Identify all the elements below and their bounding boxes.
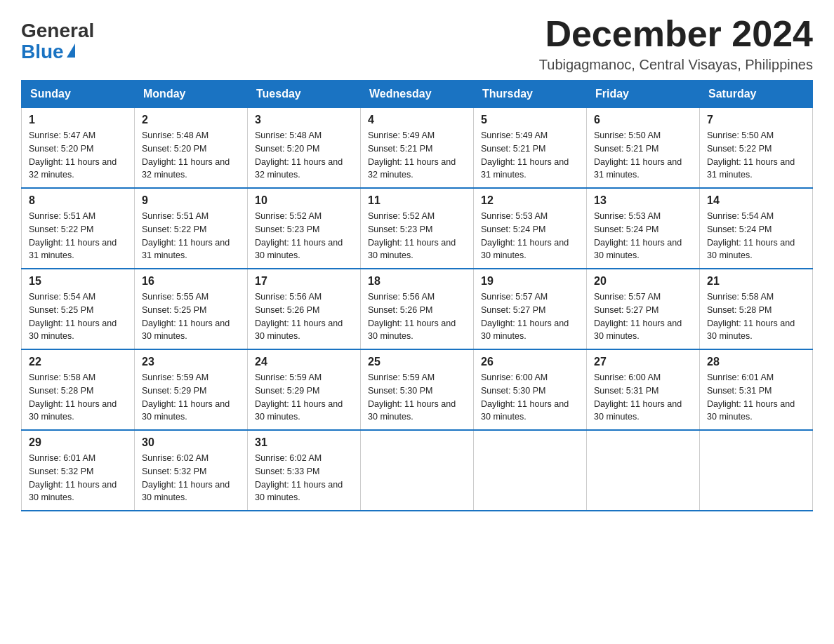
sunrise-label: Sunrise: 5:48 AM — [142, 130, 208, 140]
sunrise-label: Sunrise: 5:59 AM — [368, 373, 435, 382]
sunrise-label: Sunrise: 6:02 AM — [255, 453, 322, 463]
day-number: 4 — [368, 114, 466, 126]
day-number: 13 — [594, 194, 692, 207]
calendar-cell: 27 Sunrise: 6:00 AM Sunset: 5:31 PM Dayl… — [587, 349, 700, 430]
daylight-label: Daylight: 11 hours and 30 minutes. — [368, 399, 456, 422]
sunrise-label: Sunrise: 6:00 AM — [481, 373, 548, 382]
sunrise-label: Sunrise: 5:47 AM — [29, 130, 95, 140]
day-number: 19 — [481, 275, 579, 288]
calendar-cell: 5 Sunrise: 5:49 AM Sunset: 5:21 PM Dayli… — [474, 108, 587, 189]
calendar-header-row: SundayMondayTuesdayWednesdayThursdayFrid… — [22, 81, 813, 108]
daylight-label: Daylight: 11 hours and 30 minutes. — [594, 318, 682, 342]
day-info: Sunrise: 6:00 AM Sunset: 5:31 PM Dayligh… — [594, 371, 692, 424]
day-info: Sunrise: 5:47 AM Sunset: 5:20 PM Dayligh… — [29, 129, 127, 182]
day-info: Sunrise: 5:53 AM Sunset: 5:24 PM Dayligh… — [481, 210, 579, 262]
calendar-cell: 7 Sunrise: 5:50 AM Sunset: 5:22 PM Dayli… — [700, 108, 813, 189]
day-number: 5 — [481, 114, 579, 126]
daylight-label: Daylight: 11 hours and 30 minutes. — [707, 318, 795, 342]
calendar-cell: 11 Sunrise: 5:52 AM Sunset: 5:23 PM Dayl… — [361, 188, 474, 269]
sunset-label: Sunset: 5:27 PM — [594, 305, 658, 315]
sunset-label: Sunset: 5:22 PM — [29, 224, 93, 234]
title-area: December 2024 Tubigagmanoc, Central Visa… — [539, 14, 813, 73]
sunrise-label: Sunrise: 5:50 AM — [594, 130, 661, 140]
sunset-label: Sunset: 5:23 PM — [255, 224, 319, 234]
sunrise-label: Sunrise: 5:49 AM — [368, 130, 435, 140]
calendar-cell: 1 Sunrise: 5:47 AM Sunset: 5:20 PM Dayli… — [22, 108, 135, 189]
column-header-saturday: Saturday — [700, 81, 813, 108]
sunset-label: Sunset: 5:27 PM — [481, 305, 545, 315]
sunset-label: Sunset: 5:24 PM — [594, 224, 658, 234]
header: General Blue December 2024 Tubigagmanoc,… — [21, 14, 813, 73]
sunset-label: Sunset: 5:26 PM — [368, 305, 432, 315]
day-info: Sunrise: 5:54 AM Sunset: 5:25 PM Dayligh… — [29, 290, 127, 343]
sunrise-label: Sunrise: 5:57 AM — [481, 292, 548, 302]
sunrise-label: Sunrise: 5:54 AM — [29, 292, 95, 302]
daylight-label: Daylight: 11 hours and 30 minutes. — [707, 238, 795, 261]
day-number: 12 — [481, 194, 579, 207]
daylight-label: Daylight: 11 hours and 30 minutes. — [481, 399, 569, 422]
sunset-label: Sunset: 5:28 PM — [707, 305, 772, 315]
calendar-cell: 20 Sunrise: 5:57 AM Sunset: 5:27 PM Dayl… — [587, 269, 700, 349]
day-number: 11 — [368, 194, 466, 207]
day-number: 29 — [29, 436, 127, 449]
column-header-monday: Monday — [135, 81, 248, 108]
day-number: 16 — [142, 275, 240, 288]
month-title: December 2024 — [539, 14, 813, 54]
calendar-cell — [700, 430, 813, 511]
day-number: 14 — [707, 194, 805, 207]
calendar-week-row: 15 Sunrise: 5:54 AM Sunset: 5:25 PM Dayl… — [22, 269, 813, 349]
sunset-label: Sunset: 5:22 PM — [707, 144, 772, 154]
calendar-cell: 3 Sunrise: 5:48 AM Sunset: 5:20 PM Dayli… — [248, 108, 361, 189]
day-info: Sunrise: 5:51 AM Sunset: 5:22 PM Dayligh… — [29, 210, 127, 262]
day-info: Sunrise: 5:56 AM Sunset: 5:26 PM Dayligh… — [368, 290, 466, 343]
calendar-cell: 10 Sunrise: 5:52 AM Sunset: 5:23 PM Dayl… — [248, 188, 361, 269]
sunset-label: Sunset: 5:22 PM — [142, 224, 206, 234]
calendar-table: SundayMondayTuesdayWednesdayThursdayFrid… — [21, 80, 813, 511]
sunset-label: Sunset: 5:32 PM — [29, 467, 93, 476]
sunrise-label: Sunrise: 5:55 AM — [142, 292, 208, 302]
sunset-label: Sunset: 5:29 PM — [142, 386, 206, 396]
column-header-wednesday: Wednesday — [361, 81, 474, 108]
day-number: 2 — [142, 114, 240, 126]
sunrise-label: Sunrise: 5:57 AM — [594, 292, 661, 302]
daylight-label: Daylight: 11 hours and 32 minutes. — [368, 157, 456, 180]
daylight-label: Daylight: 11 hours and 30 minutes. — [255, 318, 343, 342]
calendar-cell: 18 Sunrise: 5:56 AM Sunset: 5:26 PM Dayl… — [361, 269, 474, 349]
sunrise-label: Sunrise: 6:01 AM — [707, 373, 774, 382]
daylight-label: Daylight: 11 hours and 30 minutes. — [142, 480, 230, 503]
calendar-cell: 23 Sunrise: 5:59 AM Sunset: 5:29 PM Dayl… — [135, 349, 248, 430]
calendar-cell: 28 Sunrise: 6:01 AM Sunset: 5:31 PM Dayl… — [700, 349, 813, 430]
daylight-label: Daylight: 11 hours and 30 minutes. — [142, 399, 230, 422]
day-info: Sunrise: 5:58 AM Sunset: 5:28 PM Dayligh… — [29, 371, 127, 424]
daylight-label: Daylight: 11 hours and 30 minutes. — [255, 399, 343, 422]
sunset-label: Sunset: 5:29 PM — [255, 386, 319, 396]
day-info: Sunrise: 6:01 AM Sunset: 5:31 PM Dayligh… — [707, 371, 805, 424]
sunset-label: Sunset: 5:20 PM — [142, 144, 206, 154]
sunset-label: Sunset: 5:31 PM — [707, 386, 772, 396]
logo-triangle-icon — [67, 43, 75, 58]
sunset-label: Sunset: 5:32 PM — [142, 467, 206, 476]
day-number: 7 — [707, 114, 805, 126]
day-number: 15 — [29, 275, 127, 288]
calendar-cell — [474, 430, 587, 511]
daylight-label: Daylight: 11 hours and 30 minutes. — [142, 318, 230, 342]
sunset-label: Sunset: 5:31 PM — [594, 386, 658, 396]
daylight-label: Daylight: 11 hours and 30 minutes. — [707, 399, 795, 422]
day-number: 20 — [594, 275, 692, 288]
day-number: 30 — [142, 436, 240, 449]
calendar-cell: 22 Sunrise: 5:58 AM Sunset: 5:28 PM Dayl… — [22, 349, 135, 430]
sunrise-label: Sunrise: 6:01 AM — [29, 453, 95, 463]
day-info: Sunrise: 5:59 AM Sunset: 5:29 PM Dayligh… — [255, 371, 353, 424]
sunrise-label: Sunrise: 5:51 AM — [29, 211, 95, 221]
day-info: Sunrise: 5:53 AM Sunset: 5:24 PM Dayligh… — [594, 210, 692, 262]
daylight-label: Daylight: 11 hours and 30 minutes. — [29, 480, 117, 503]
calendar-cell: 13 Sunrise: 5:53 AM Sunset: 5:24 PM Dayl… — [587, 188, 700, 269]
day-number: 21 — [707, 275, 805, 288]
day-number: 10 — [255, 194, 353, 207]
sunrise-label: Sunrise: 5:53 AM — [481, 211, 548, 221]
sunset-label: Sunset: 5:28 PM — [29, 386, 93, 396]
sunset-label: Sunset: 5:25 PM — [29, 305, 93, 315]
calendar-cell: 25 Sunrise: 5:59 AM Sunset: 5:30 PM Dayl… — [361, 349, 474, 430]
day-info: Sunrise: 6:02 AM Sunset: 5:33 PM Dayligh… — [255, 452, 353, 504]
sunset-label: Sunset: 5:24 PM — [481, 224, 545, 234]
